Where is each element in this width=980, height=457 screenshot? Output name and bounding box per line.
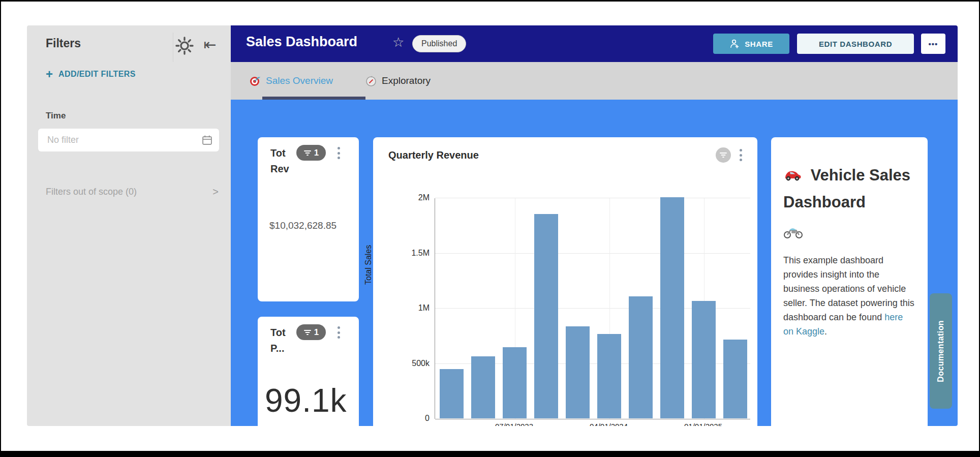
- info-card-body: This example dashboard provides insight …: [783, 253, 915, 339]
- compass-icon: [365, 75, 377, 87]
- screen-border-bottom: [0, 451, 980, 457]
- chart-title: Quarterly Revenue: [388, 149, 479, 161]
- screen-border-top: [0, 0, 980, 2]
- calendar-icon[interactable]: [202, 135, 212, 145]
- favorite-star-icon[interactable]: ☆: [392, 35, 404, 50]
- filters-out-of-scope-label: Filters out of scope (0): [46, 187, 137, 197]
- bar-10/01/2024[interactable]: [660, 197, 684, 418]
- applied-filter-count: 1: [314, 148, 319, 158]
- y-tick-label: 500k: [399, 359, 430, 368]
- page-title: Sales Dashboard: [246, 34, 357, 50]
- y-tick-label: 0: [399, 414, 430, 423]
- dart-icon: [249, 75, 261, 87]
- screen-border-left: [0, 0, 1, 457]
- gear-icon: [175, 37, 194, 55]
- documentation-tab[interactable]: Documentation: [930, 293, 952, 409]
- cross-filter-icon[interactable]: [716, 147, 731, 163]
- y-tick-label: 2M: [399, 193, 430, 202]
- status-badge[interactable]: Published: [412, 35, 466, 52]
- y-tick-label: 1M: [399, 303, 430, 313]
- filters-out-of-scope-row[interactable]: Filters out of scope (0) >: [46, 186, 219, 198]
- filters-sidebar: Filters: [27, 25, 231, 426]
- dashboard-content: Tot Rev: [231, 100, 958, 426]
- x-tick-label: 07/01/2023: [484, 422, 545, 426]
- funnel-icon: [303, 149, 312, 157]
- filters-header-divider: [173, 33, 173, 62]
- filter-settings-button[interactable]: [175, 37, 194, 55]
- bar-04/01/2025[interactable]: [723, 340, 747, 418]
- dashboard-header: Sales Dashboard ☆ Published: [231, 25, 958, 62]
- chart-card-quarterly-revenue: Quarterly Revenue Total Sales 0500k1M1.: [373, 137, 757, 426]
- bar-01/01/2024[interactable]: [566, 326, 590, 418]
- applied-filter-count: 1: [314, 327, 319, 338]
- funnel-icon: [303, 329, 312, 336]
- app-window: Filters: [27, 25, 958, 426]
- kpi-value: $10,032,628.85: [269, 220, 336, 231]
- tab-sales-overview[interactable]: Sales Overview: [249, 62, 333, 100]
- share-button[interactable]: SHARE: [713, 34, 789, 54]
- ellipsis-icon: •••: [929, 40, 938, 48]
- kpi-value: 99.1k: [265, 382, 347, 419]
- bar-04/01/2023[interactable]: [471, 356, 495, 418]
- more-options-button[interactable]: •••: [921, 34, 945, 54]
- add-edit-filters-label: ADD/EDIT FILTERS: [58, 70, 136, 79]
- bar-07/01/2023[interactable]: [503, 347, 527, 418]
- bar-10/01/2023[interactable]: [534, 214, 558, 418]
- bar-01/01/2023[interactable]: [440, 369, 464, 418]
- kpi-card-title: Tot P...: [270, 325, 286, 356]
- share-button-label: SHARE: [745, 40, 773, 48]
- info-card-heading: Vehicle Sales Dashboard: [783, 163, 915, 215]
- time-filter-input[interactable]: [38, 129, 219, 151]
- kebab-menu-icon[interactable]: [335, 325, 342, 340]
- main-area: Sales Dashboard ☆ Published: [231, 25, 958, 426]
- x-tick-label: 04/01/2024: [578, 422, 639, 426]
- kpi-card-total-products: Tot P...: [258, 317, 359, 426]
- filters-panel-title: Filters: [46, 37, 81, 50]
- kebab-menu-icon[interactable]: [335, 145, 342, 161]
- tab-sales-overview-label: Sales Overview: [266, 75, 333, 86]
- add-edit-filters-button[interactable]: + ADD/EDIT FILTERS: [46, 69, 136, 80]
- bar-01/01/2025[interactable]: [692, 301, 716, 418]
- info-card-vehicle-sales: Vehicle Sales Dashboard This example das…: [771, 137, 928, 426]
- tab-exploratory-label: Exploratory: [382, 75, 431, 86]
- kpi-card-total-revenue: Tot Rev: [258, 137, 359, 301]
- dashboard-tabbar: Sales Overview Exploratory: [231, 62, 958, 100]
- y-tick-label: 1.5M: [399, 249, 430, 258]
- chevron-right-icon: >: [212, 186, 219, 198]
- y-axis-ticks: 0500k1M1.5M2M: [399, 194, 435, 423]
- screen: Filters: [0, 0, 980, 457]
- bar-04/01/2024[interactable]: [597, 334, 621, 418]
- applied-filters-badge[interactable]: 1: [296, 324, 326, 340]
- edit-dashboard-label: EDIT DASHBOARD: [819, 40, 892, 48]
- motorcycle-icon: [783, 224, 915, 241]
- documentation-tab-label: Documentation: [936, 320, 945, 382]
- bar-plot: [435, 198, 750, 419]
- edit-dashboard-button[interactable]: EDIT DASHBOARD: [797, 34, 914, 54]
- x-tick-label: 01/01/2025: [673, 422, 734, 426]
- time-filter-field: [38, 129, 219, 151]
- applied-filters-badge[interactable]: 1: [296, 145, 326, 161]
- time-filter-label: Time: [46, 111, 66, 121]
- collapse-filters-button[interactable]: ⇤: [200, 35, 220, 55]
- collapse-left-icon: ⇤: [203, 36, 216, 53]
- kpi-card-title: Tot Rev: [270, 145, 289, 177]
- share-person-icon: [729, 39, 740, 49]
- kebab-menu-icon[interactable]: [737, 147, 744, 163]
- bar-07/01/2024[interactable]: [629, 296, 653, 418]
- car-icon: [783, 168, 807, 186]
- tab-exploratory[interactable]: Exploratory: [365, 62, 431, 100]
- plus-icon: +: [46, 69, 53, 80]
- y-axis-label: Total Sales: [364, 245, 373, 285]
